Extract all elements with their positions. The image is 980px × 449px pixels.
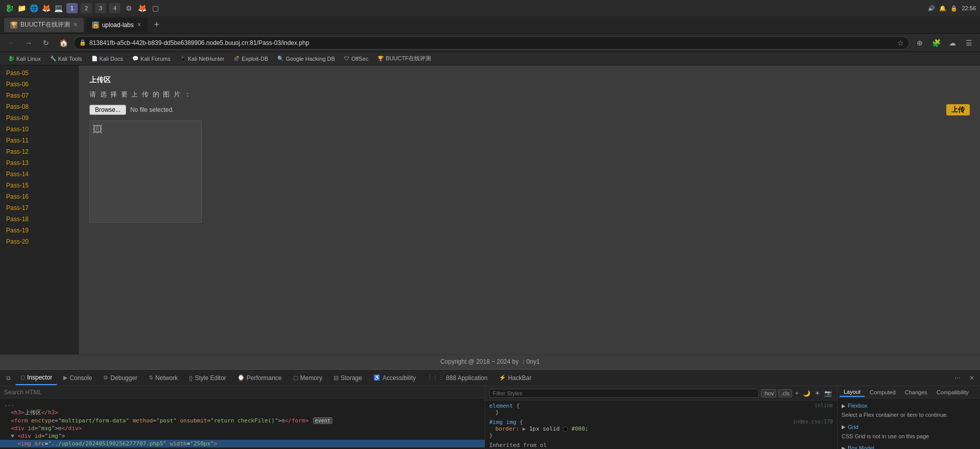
- browser-tab-uploadlabs[interactable]: 🔒 upload-labs ✕: [86, 18, 148, 32]
- layout-flexbox-header: ▶ Flexbox: [842, 403, 976, 409]
- sidebar-item-pass14[interactable]: Pass-14: [0, 169, 79, 180]
- toggle-dark-icon[interactable]: 🌙: [802, 389, 811, 398]
- html-line-div-msg[interactable]: <div id="msg">⊞</div>: [0, 424, 485, 432]
- html-line-h3[interactable]: <h3>上传区</h3>: [0, 408, 485, 417]
- layout-box-model-header: ▶ Box Model: [842, 445, 976, 449]
- sync-icon[interactable]: ☁: [945, 36, 960, 50]
- sidebar-item-pass17[interactable]: Pass-17: [0, 202, 79, 214]
- devtools-dock-icon[interactable]: ⧉: [2, 372, 14, 384]
- lock-icon[interactable]: 🔒: [950, 5, 958, 12]
- add-rule-icon[interactable]: +: [794, 389, 800, 398]
- bookmark-buuctf[interactable]: 🏆 BUUCTF在线评测: [373, 53, 435, 64]
- devtools-tab-inspector[interactable]: ◻ Inspector: [15, 371, 57, 385]
- workspace-2[interactable]: 2: [81, 3, 92, 13]
- menu-icon[interactable]: ☰: [962, 36, 976, 50]
- firefox-icon[interactable]: 🦊: [41, 3, 51, 13]
- app-menu-icon[interactable]: 🐉: [4, 3, 14, 13]
- browser-icon[interactable]: 🌐: [29, 3, 39, 13]
- forward-button[interactable]: →: [21, 36, 36, 50]
- new-tab-button[interactable]: +: [150, 18, 164, 32]
- devtools-close-icon[interactable]: ✕: [966, 372, 978, 384]
- workspace-4[interactable]: 4: [109, 3, 121, 13]
- html-search-input[interactable]: [4, 389, 106, 396]
- styles-value-border: #000;: [571, 426, 588, 432]
- browser-tab-buuctf[interactable]: 🏆 BUUCTF在线评测 ✕: [4, 18, 84, 32]
- devtools-tab-console[interactable]: ▶ Console: [58, 371, 97, 385]
- sidebar-item-pass20[interactable]: Pass-20: [0, 236, 79, 247]
- sidebar-item-pass16[interactable]: Pass-16: [0, 191, 79, 202]
- devtools-tab-network[interactable]: ⇅ Network: [144, 371, 183, 385]
- html-line-img[interactable]: <img src="../upload/202405190256277707.p…: [0, 440, 485, 447]
- sidebar-item-pass13[interactable]: Pass-13: [0, 157, 79, 169]
- sidebar-item-pass12[interactable]: Pass-12: [0, 146, 79, 157]
- devtools-tab-style-editor[interactable]: {} Style Editor: [184, 371, 231, 385]
- sidebar-item-pass07[interactable]: Pass-07: [0, 90, 79, 101]
- devtools-tab-application-label: 888 Application: [446, 374, 487, 382]
- screenshot-icon[interactable]: 📷: [823, 389, 833, 398]
- back-button[interactable]: ←: [4, 36, 18, 50]
- bookmark-kali-tools[interactable]: 🔧 Kali Tools: [46, 53, 86, 64]
- browser-tabbar: 🏆 BUUCTF在线评测 ✕ 🔒 upload-labs ✕ +: [0, 16, 980, 34]
- devtools-tab-style-editor-label: Style Editor: [195, 374, 226, 382]
- color-swatch-black[interactable]: [563, 427, 568, 432]
- bookmark-exploit-db[interactable]: 💣 Exploit-DB: [229, 53, 272, 64]
- layout-section-box-model: ▶ Box Model margin 8 CSDN @ How.R...: [842, 445, 976, 449]
- devtools-more-icon[interactable]: ⋯: [951, 372, 964, 384]
- notification-icon[interactable]: 🔔: [939, 5, 946, 12]
- styles-filter-input[interactable]: [489, 389, 759, 398]
- flexbox-triangle-icon: ▶: [842, 403, 846, 409]
- layout-subtab-compatibility[interactable]: Compatibility: [933, 388, 973, 396]
- layout-subtab-layout[interactable]: Layout: [840, 388, 865, 397]
- bookmark-google-hacking-db[interactable]: 🔍 Google Hacking DB: [273, 53, 339, 64]
- containers-icon[interactable]: ⊕: [913, 36, 927, 50]
- layout-subtab-computed[interactable]: Computed: [866, 388, 900, 396]
- sidebar-item-pass10[interactable]: Pass-10: [0, 124, 79, 135]
- sidebar-item-pass19[interactable]: Pass-19: [0, 225, 79, 236]
- bookmark-star-icon[interactable]: ☆: [897, 39, 904, 47]
- devtools-tab-memory[interactable]: ▢ Memory: [288, 371, 327, 385]
- reload-button[interactable]: ↻: [39, 36, 53, 50]
- upload-submit-button[interactable]: 上传: [946, 104, 970, 115]
- kali-icon[interactable]: 💻: [53, 3, 63, 13]
- sidebar-item-pass05[interactable]: Pass-05: [0, 67, 79, 79]
- sidebar-item-pass06[interactable]: Pass-06: [0, 79, 79, 90]
- sidebar-item-pass15[interactable]: Pass-15: [0, 180, 79, 191]
- sidebar-item-pass08[interactable]: Pass-08: [0, 101, 79, 112]
- home-button[interactable]: 🏠: [56, 36, 70, 50]
- html-line-form[interactable]: <form enctype="multipart/form-data" meth…: [0, 417, 485, 424]
- tab-close-uploadlabs[interactable]: ✕: [137, 21, 141, 28]
- sidebar-item-pass11[interactable]: Pass-11: [0, 135, 79, 146]
- devtools-tab-hackbar[interactable]: ⚡ HackBar: [494, 371, 537, 385]
- cls-button[interactable]: .cls: [778, 389, 792, 397]
- devtools-tab-storage-label: Storage: [341, 374, 362, 382]
- toggle-light-icon[interactable]: ☀: [814, 389, 821, 398]
- workspace-3[interactable]: 3: [95, 3, 106, 13]
- bookmark-kali-forums[interactable]: 💬 Kali Forums: [128, 53, 175, 64]
- storage-icon: ▤: [333, 374, 339, 381]
- bookmark-offsec[interactable]: 🛡 OffSec: [340, 53, 372, 64]
- devtools-tab-storage[interactable]: ▤ Storage: [328, 371, 367, 385]
- devtools-tab-performance[interactable]: ⌚ Performance: [232, 371, 287, 385]
- sidebar-item-pass09[interactable]: Pass-09: [0, 112, 79, 124]
- bookmark-kali-nethunter[interactable]: 📱 Kali NetHunter: [176, 53, 229, 64]
- browse-button[interactable]: Browse...: [89, 105, 126, 115]
- html-line-div-img-open[interactable]: ▼ <div id="img">: [0, 432, 485, 440]
- bookmark-kali-docs-label: Kali Docs: [100, 56, 123, 62]
- volume-icon[interactable]: 🔊: [928, 5, 935, 12]
- hov-button[interactable]: :hov: [761, 389, 777, 397]
- url-bar[interactable]: 🔒 813841fb-a5cb-442b-b839-dd5be6389906.n…: [74, 36, 910, 50]
- sidebar-item-pass18[interactable]: Pass-18: [0, 214, 79, 225]
- bookmark-kali-docs[interactable]: 📄 Kali Docs: [87, 53, 127, 64]
- devtools-tab-debugger[interactable]: ⚙ Debugger: [98, 371, 142, 385]
- devtools-tab-application[interactable]: ⋮⋮⋮ 888 Application: [422, 371, 492, 385]
- nav-right-controls: ⊕ 🧩 ☁ ☰: [913, 36, 976, 50]
- bookmark-kali-linux[interactable]: 🐉 Kali Linux: [4, 53, 45, 64]
- files-icon[interactable]: 📁: [16, 3, 27, 13]
- styles-selector-img: #img img: [489, 419, 520, 426]
- tab-close-buuctf[interactable]: ✕: [73, 21, 78, 28]
- event-badge[interactable]: event: [313, 417, 332, 424]
- workspace-1[interactable]: 1: [66, 3, 78, 13]
- extensions-icon[interactable]: 🧩: [929, 36, 943, 50]
- devtools-tab-accessibility[interactable]: ♿ Accessibility: [368, 371, 421, 385]
- layout-subtab-changes[interactable]: Changes: [901, 388, 931, 396]
